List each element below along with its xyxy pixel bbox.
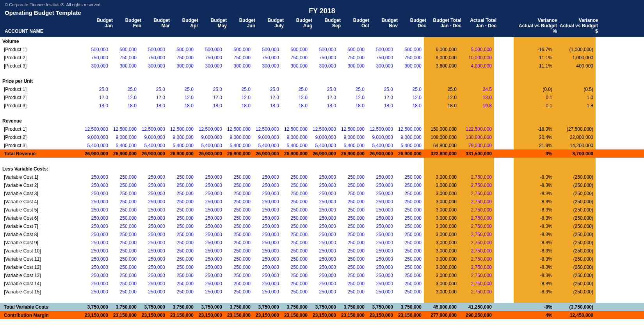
cell[interactable]: 250,000	[338, 281, 367, 286]
variance-dollar-cell[interactable]: (250,000)	[555, 215, 596, 221]
cell[interactable]: 18.0	[253, 103, 281, 108]
variance-dollar-cell[interactable]: (250,000)	[555, 240, 596, 245]
cell[interactable]: 250,000	[196, 174, 224, 180]
cell[interactable]: 250,000	[167, 224, 196, 229]
actual-total-cell[interactable]: 13.0	[459, 95, 494, 100]
cell[interactable]: 250,000	[196, 248, 224, 254]
row-label[interactable]: [Product 1]	[0, 87, 82, 92]
cell[interactable]: 250,000	[196, 191, 224, 196]
cell[interactable]: 26,900,000	[338, 151, 367, 156]
row-label[interactable]: [Variable Cost 12]	[0, 265, 82, 270]
variance-pct-cell[interactable]: 4%	[514, 313, 555, 318]
cell[interactable]: 500,000	[367, 47, 395, 52]
cell[interactable]: 300,000	[281, 63, 310, 69]
variance-pct-cell[interactable]: -8.3%	[514, 240, 555, 245]
cell[interactable]: 250,000	[253, 248, 281, 254]
cell[interactable]: 12.0	[367, 95, 395, 100]
row-label[interactable]: [Product 2]	[0, 55, 82, 60]
row-label[interactable]: [Variable Cost 1]	[0, 174, 82, 180]
actual-total-cell[interactable]: 2,750,000	[459, 240, 494, 245]
row-label[interactable]: Volume	[0, 39, 82, 44]
cell[interactable]: 250,000	[310, 240, 338, 245]
cell[interactable]: 250,000	[253, 232, 281, 237]
row-label[interactable]: [Variable Cost 3]	[0, 191, 82, 196]
cell[interactable]: 250,000	[224, 191, 253, 196]
cell[interactable]: 250,000	[139, 183, 167, 188]
cell[interactable]: 250,000	[139, 199, 167, 204]
variance-pct-cell[interactable]: 11.1%	[514, 55, 555, 60]
budget-total-cell[interactable]: 3,000,000	[424, 289, 459, 295]
cell[interactable]: 250,000	[367, 265, 395, 270]
cell[interactable]: 18.0	[310, 103, 338, 108]
actual-total-cell[interactable]: 2,750,000	[459, 215, 494, 221]
cell[interactable]: 12,500,000	[310, 126, 338, 132]
cell[interactable]: 250,000	[167, 265, 196, 270]
cell[interactable]: 300,000	[110, 63, 139, 69]
cell[interactable]: 250,000	[110, 240, 139, 245]
cell[interactable]: 300,000	[338, 63, 367, 69]
cell[interactable]: 250,000	[167, 248, 196, 254]
variance-dollar-cell[interactable]: (1,000,000)	[555, 47, 596, 52]
cell[interactable]: 250,000	[367, 191, 395, 196]
cell[interactable]: 250,000	[253, 174, 281, 180]
variance-dollar-cell[interactable]: (250,000)	[555, 199, 596, 204]
cell[interactable]: 250,000	[395, 207, 424, 213]
cell[interactable]: 23,150,000	[167, 313, 196, 318]
cell[interactable]: 3,750,000	[224, 304, 253, 310]
row-label[interactable]: [Variable Cost 2]	[0, 183, 82, 188]
cell[interactable]: 250,000	[281, 289, 310, 295]
variance-pct-cell[interactable]: -8.3%	[514, 199, 555, 204]
cell[interactable]: 250,000	[139, 248, 167, 254]
cell[interactable]: 250,000	[224, 207, 253, 213]
cell[interactable]: 9,000,000	[82, 135, 110, 140]
cell[interactable]: 250,000	[395, 256, 424, 262]
cell[interactable]: 500,000	[139, 47, 167, 52]
cell[interactable]: 250,000	[395, 289, 424, 295]
cell[interactable]: 26,900,000	[310, 151, 338, 156]
variance-dollar-cell[interactable]: (250,000)	[555, 183, 596, 188]
actual-total-cell[interactable]: 2,750,000	[459, 174, 494, 180]
cell[interactable]: 250,000	[395, 191, 424, 196]
cell[interactable]: 9,000,000	[281, 135, 310, 140]
actual-total-cell[interactable]: 2,750,000	[459, 183, 494, 188]
cell[interactable]: 250,000	[281, 207, 310, 213]
cell[interactable]: 250,000	[338, 273, 367, 278]
actual-total-cell[interactable]: 130,000,000	[459, 135, 494, 140]
cell[interactable]: 250,000	[310, 256, 338, 262]
cell[interactable]: 23,150,000	[139, 313, 167, 318]
cell[interactable]: 300,000	[395, 63, 424, 69]
actual-total-cell[interactable]: 41,250,000	[459, 304, 494, 310]
row-label[interactable]: [Product 2]	[0, 135, 82, 140]
cell[interactable]: 250,000	[167, 183, 196, 188]
actual-total-cell[interactable]: 2,750,000	[459, 191, 494, 196]
cell[interactable]: 23,150,000	[367, 313, 395, 318]
cell[interactable]: 250,000	[110, 191, 139, 196]
cell[interactable]: 12.0	[139, 95, 167, 100]
cell[interactable]: 250,000	[196, 289, 224, 295]
cell[interactable]: 250,000	[310, 265, 338, 270]
cell[interactable]: 5,400,000	[367, 143, 395, 148]
variance-dollar-cell[interactable]: (250,000)	[555, 224, 596, 229]
cell[interactable]: 250,000	[367, 174, 395, 180]
row-label[interactable]: [Product 3]	[0, 63, 82, 69]
cell[interactable]: 250,000	[338, 232, 367, 237]
cell[interactable]: 12,500,000	[395, 126, 424, 132]
cell[interactable]: 18.0	[395, 103, 424, 108]
cell[interactable]: 23,150,000	[224, 313, 253, 318]
cell[interactable]: 23,150,000	[281, 313, 310, 318]
cell[interactable]: 250,000	[110, 265, 139, 270]
cell[interactable]: 250,000	[139, 224, 167, 229]
cell[interactable]: 250,000	[224, 174, 253, 180]
actual-total-cell[interactable]: 331,500,000	[459, 151, 494, 156]
variance-pct-cell[interactable]: -8.3%	[514, 224, 555, 229]
cell[interactable]: 9,000,000	[224, 135, 253, 140]
cell[interactable]: 3,750,000	[110, 304, 139, 310]
cell[interactable]: 250,000	[139, 240, 167, 245]
cell[interactable]: 750,000	[338, 55, 367, 60]
cell[interactable]: 250,000	[367, 256, 395, 262]
cell[interactable]: 12,500,000	[139, 126, 167, 132]
budget-total-cell[interactable]: 25.0	[424, 87, 459, 92]
cell[interactable]: 23,150,000	[110, 313, 139, 318]
variance-pct-cell[interactable]: -8.3%	[514, 232, 555, 237]
cell[interactable]: 12,500,000	[367, 126, 395, 132]
